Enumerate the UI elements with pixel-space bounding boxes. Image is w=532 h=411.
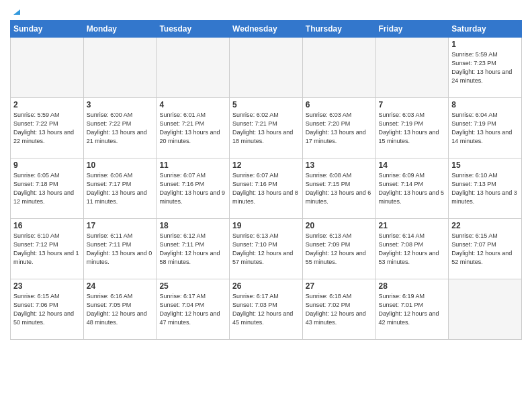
calendar: SundayMondayTuesdayWednesdayThursdayFrid…	[10, 20, 522, 340]
day-info: Sunrise: 6:08 AMSunset: 7:15 PMDaylight:…	[306, 171, 373, 206]
day-info: Sunrise: 6:05 AMSunset: 7:18 PMDaylight:…	[13, 171, 81, 206]
day-info: Sunrise: 5:59 AMSunset: 7:23 PMDaylight:…	[451, 50, 519, 85]
day-info: Sunrise: 6:09 AMSunset: 7:14 PMDaylight:…	[379, 171, 446, 206]
day-number: 26	[232, 281, 300, 291]
day-number: 19	[232, 221, 300, 230]
day-number: 9	[13, 161, 81, 170]
day-info: Sunrise: 6:17 AMSunset: 7:04 PMDaylight:…	[159, 292, 226, 327]
calendar-cell: 16Sunrise: 6:10 AMSunset: 7:12 PMDayligh…	[11, 219, 84, 279]
calendar-cell: 6Sunrise: 6:03 AMSunset: 7:20 PMDaylight…	[302, 98, 375, 158]
day-number: 16	[13, 221, 81, 230]
day-info: Sunrise: 6:13 AMSunset: 7:10 PMDaylight:…	[232, 232, 300, 267]
calendar-week-row: 23Sunrise: 6:15 AMSunset: 7:06 PMDayligh…	[11, 279, 522, 340]
day-number: 11	[159, 161, 226, 170]
day-number: 15	[451, 161, 519, 170]
day-number: 18	[159, 221, 226, 230]
calendar-cell: 4Sunrise: 6:01 AMSunset: 7:21 PMDaylight…	[157, 98, 230, 158]
calendar-cell	[375, 38, 449, 98]
day-info: Sunrise: 6:13 AMSunset: 7:09 PMDaylight:…	[306, 232, 373, 267]
day-number: 6	[306, 100, 373, 109]
day-info: Sunrise: 6:18 AMSunset: 7:02 PMDaylight:…	[306, 292, 373, 327]
day-info: Sunrise: 6:12 AMSunset: 7:11 PMDaylight:…	[159, 232, 226, 267]
day-number: 23	[13, 281, 81, 291]
calendar-cell: 23Sunrise: 6:15 AMSunset: 7:06 PMDayligh…	[11, 279, 84, 340]
day-number: 4	[159, 100, 226, 109]
calendar-cell: 11Sunrise: 6:07 AMSunset: 7:16 PMDayligh…	[157, 158, 230, 219]
calendar-cell: 25Sunrise: 6:17 AMSunset: 7:04 PMDayligh…	[157, 279, 230, 340]
day-info: Sunrise: 6:06 AMSunset: 7:17 PMDaylight:…	[87, 171, 154, 206]
col-header-sunday: Sunday	[11, 21, 84, 38]
calendar-cell: 9Sunrise: 6:05 AMSunset: 7:18 PMDaylight…	[11, 158, 84, 219]
logo-text	[10, 7, 21, 16]
day-number: 25	[159, 281, 226, 291]
calendar-cell: 8Sunrise: 6:04 AMSunset: 7:19 PMDaylight…	[449, 98, 522, 158]
calendar-week-row: 9Sunrise: 6:05 AMSunset: 7:18 PMDaylight…	[11, 158, 522, 219]
svg-marker-0	[13, 9, 20, 15]
calendar-cell	[449, 279, 522, 340]
day-number: 22	[451, 221, 519, 230]
day-info: Sunrise: 6:07 AMSunset: 7:16 PMDaylight:…	[159, 171, 226, 206]
calendar-cell: 10Sunrise: 6:06 AMSunset: 7:17 PMDayligh…	[83, 158, 157, 219]
col-header-monday: Monday	[83, 21, 157, 38]
calendar-cell	[230, 38, 303, 98]
day-number: 1	[451, 40, 519, 49]
calendar-cell: 13Sunrise: 6:08 AMSunset: 7:15 PMDayligh…	[302, 158, 375, 219]
day-info: Sunrise: 5:59 AMSunset: 7:22 PMDaylight:…	[13, 111, 81, 146]
day-number: 3	[87, 100, 154, 109]
calendar-cell: 24Sunrise: 6:16 AMSunset: 7:05 PMDayligh…	[83, 279, 157, 340]
calendar-cell: 1Sunrise: 5:59 AMSunset: 7:23 PMDaylight…	[449, 38, 522, 98]
day-number: 24	[87, 281, 154, 291]
col-header-saturday: Saturday	[449, 21, 522, 38]
col-header-wednesday: Wednesday	[230, 21, 303, 38]
day-info: Sunrise: 6:07 AMSunset: 7:16 PMDaylight:…	[232, 171, 300, 206]
calendar-cell: 21Sunrise: 6:14 AMSunset: 7:08 PMDayligh…	[375, 219, 449, 279]
calendar-cell: 26Sunrise: 6:17 AMSunset: 7:03 PMDayligh…	[230, 279, 303, 340]
calendar-cell: 3Sunrise: 6:00 AMSunset: 7:22 PMDaylight…	[83, 98, 157, 158]
day-info: Sunrise: 6:19 AMSunset: 7:01 PMDaylight:…	[379, 292, 446, 327]
day-info: Sunrise: 6:17 AMSunset: 7:03 PMDaylight:…	[232, 292, 300, 327]
day-number: 10	[87, 161, 154, 170]
day-info: Sunrise: 6:15 AMSunset: 7:07 PMDaylight:…	[451, 232, 519, 267]
day-number: 12	[232, 161, 300, 170]
col-header-thursday: Thursday	[302, 21, 375, 38]
calendar-cell	[83, 38, 157, 98]
day-info: Sunrise: 6:15 AMSunset: 7:06 PMDaylight:…	[13, 292, 81, 327]
day-number: 8	[451, 100, 519, 109]
calendar-cell: 15Sunrise: 6:10 AMSunset: 7:13 PMDayligh…	[449, 158, 522, 219]
day-info: Sunrise: 6:04 AMSunset: 7:19 PMDaylight:…	[451, 111, 519, 146]
calendar-cell: 2Sunrise: 5:59 AMSunset: 7:22 PMDaylight…	[11, 98, 84, 158]
day-info: Sunrise: 6:10 AMSunset: 7:12 PMDaylight:…	[13, 232, 81, 267]
calendar-cell: 27Sunrise: 6:18 AMSunset: 7:02 PMDayligh…	[302, 279, 375, 340]
calendar-cell: 7Sunrise: 6:03 AMSunset: 7:19 PMDaylight…	[375, 98, 449, 158]
day-info: Sunrise: 6:14 AMSunset: 7:08 PMDaylight:…	[379, 232, 446, 267]
calendar-cell	[11, 38, 84, 98]
calendar-cell: 18Sunrise: 6:12 AMSunset: 7:11 PMDayligh…	[157, 219, 230, 279]
day-number: 13	[306, 161, 373, 170]
day-info: Sunrise: 6:00 AMSunset: 7:22 PMDaylight:…	[87, 111, 154, 146]
day-number: 20	[306, 221, 373, 230]
calendar-cell: 5Sunrise: 6:02 AMSunset: 7:21 PMDaylight…	[230, 98, 303, 158]
calendar-cell: 22Sunrise: 6:15 AMSunset: 7:07 PMDayligh…	[449, 219, 522, 279]
calendar-cell: 17Sunrise: 6:11 AMSunset: 7:11 PMDayligh…	[83, 219, 157, 279]
logo-icon	[11, 5, 21, 16]
calendar-week-row: 2Sunrise: 5:59 AMSunset: 7:22 PMDaylight…	[11, 98, 522, 158]
col-header-friday: Friday	[375, 21, 449, 38]
calendar-header-row: SundayMondayTuesdayWednesdayThursdayFrid…	[11, 21, 522, 38]
calendar-week-row: 1Sunrise: 5:59 AMSunset: 7:23 PMDaylight…	[11, 38, 522, 98]
calendar-cell: 20Sunrise: 6:13 AMSunset: 7:09 PMDayligh…	[302, 219, 375, 279]
header	[10, 7, 522, 16]
col-header-tuesday: Tuesday	[157, 21, 230, 38]
day-number: 14	[379, 161, 446, 170]
calendar-cell: 14Sunrise: 6:09 AMSunset: 7:14 PMDayligh…	[375, 158, 449, 219]
day-number: 5	[232, 100, 300, 109]
calendar-cell: 28Sunrise: 6:19 AMSunset: 7:01 PMDayligh…	[375, 279, 449, 340]
day-number: 28	[379, 281, 446, 291]
calendar-cell	[302, 38, 375, 98]
day-info: Sunrise: 6:03 AMSunset: 7:20 PMDaylight:…	[306, 111, 373, 146]
day-number: 17	[87, 221, 154, 230]
logo	[10, 7, 21, 16]
day-info: Sunrise: 6:02 AMSunset: 7:21 PMDaylight:…	[232, 111, 300, 146]
day-info: Sunrise: 6:10 AMSunset: 7:13 PMDaylight:…	[451, 171, 519, 206]
day-number: 2	[13, 100, 81, 109]
day-info: Sunrise: 6:11 AMSunset: 7:11 PMDaylight:…	[87, 232, 154, 267]
